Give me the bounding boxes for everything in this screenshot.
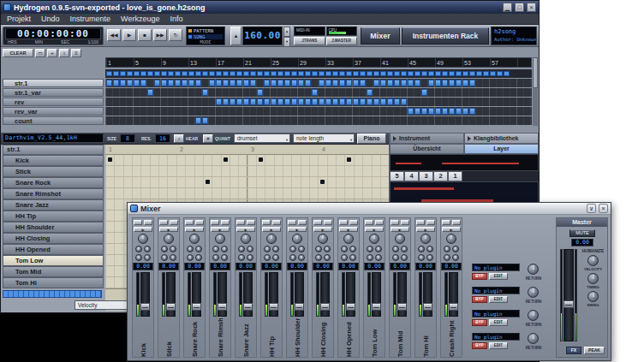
song-cell[interactable] (401, 80, 407, 86)
fx-send-knob[interactable] (401, 254, 408, 261)
play-sample-icon[interactable]: ▶ (236, 227, 255, 232)
note[interactable] (206, 180, 210, 184)
forward-icon[interactable]: ▶▶ (153, 29, 167, 41)
song-cell[interactable] (325, 98, 331, 105)
tape-cell[interactable] (250, 71, 256, 76)
clear-sequence-button[interactable]: CLEAR (3, 49, 33, 57)
solo-button[interactable] (195, 220, 204, 225)
tape-cell[interactable] (305, 71, 311, 76)
note[interactable] (320, 180, 325, 184)
volume-fader[interactable] (269, 272, 278, 317)
fx-send-knob[interactable] (298, 246, 305, 252)
song-cell[interactable] (236, 98, 242, 105)
song-cell[interactable] (367, 89, 373, 96)
song-cell[interactable] (264, 98, 270, 105)
song-cell[interactable] (209, 80, 215, 86)
song-cell[interactable] (291, 98, 297, 105)
song-cell[interactable] (243, 80, 249, 86)
song-cell[interactable] (387, 80, 393, 86)
song-cell[interactable] (442, 108, 448, 115)
fader-handle[interactable] (564, 300, 574, 308)
fx-send-knob[interactable] (401, 246, 408, 252)
song-ruler[interactable]: 159131721252933374145495357 (105, 57, 532, 68)
instrument-name[interactable]: HH Tip (3, 211, 104, 222)
mute-button[interactable] (262, 220, 271, 225)
song-cell[interactable] (195, 80, 201, 86)
bpm-display[interactable]: 160.00 (242, 27, 283, 45)
fx-name-lcd[interactable]: No plugin (472, 264, 520, 271)
tape-cell[interactable] (394, 71, 400, 76)
fx-send-knob[interactable] (144, 246, 151, 252)
instrument-name[interactable]: Kick (3, 155, 104, 166)
song-cell[interactable] (353, 80, 359, 86)
tape-cell[interactable] (236, 71, 242, 76)
volume-fader[interactable] (423, 272, 432, 317)
volume-fader[interactable] (372, 272, 381, 317)
song-cell[interactable] (277, 98, 283, 105)
pan-knob[interactable] (138, 234, 148, 244)
fx-send-knob[interactable] (212, 246, 219, 252)
tape-cell[interactable] (483, 71, 489, 76)
pan-knob[interactable] (395, 234, 405, 244)
instrument-name[interactable]: Snare Jazz (3, 199, 104, 211)
mute-button[interactable] (211, 220, 219, 225)
volume-fader[interactable] (192, 272, 201, 317)
song-cell[interactable] (332, 80, 338, 86)
mute-button[interactable] (185, 220, 194, 225)
solo-button[interactable] (247, 220, 255, 225)
tape-cell[interactable] (449, 71, 455, 76)
fx-send-knob[interactable] (426, 246, 433, 252)
jack-master-button[interactable]: J.MASTER (326, 37, 358, 46)
fx-send-knob[interactable] (238, 246, 245, 252)
tape-cell[interactable] (188, 71, 194, 76)
fx-send-knob[interactable] (247, 246, 253, 252)
song-cell[interactable] (120, 80, 126, 86)
note-grid-row[interactable] (105, 166, 389, 177)
pan-knob[interactable] (292, 234, 302, 244)
fx-send-knob[interactable] (392, 246, 399, 252)
pe-ruler[interactable]: 1234 (105, 145, 389, 155)
fx-send-knob[interactable] (315, 254, 322, 261)
pattern-size-lcd[interactable]: 8 (120, 134, 135, 143)
shade-icon[interactable]: ∨ (587, 204, 596, 213)
instrument-name[interactable]: Tom Low (3, 255, 104, 266)
mute-button[interactable] (159, 220, 168, 225)
volume-fader[interactable] (218, 272, 227, 317)
fx-send-knob[interactable] (170, 246, 176, 252)
bpm-spinner[interactable]: ▲ ▼ (283, 27, 290, 45)
tape-cell[interactable] (271, 71, 277, 76)
fx-send-knob[interactable] (426, 254, 433, 261)
menu-item-projekt[interactable]: Projekt (7, 15, 31, 23)
fx-send-knob[interactable] (135, 246, 142, 252)
song-cell[interactable] (216, 80, 222, 86)
tape-cell[interactable] (414, 71, 420, 76)
instrument-name[interactable]: HH Opened (3, 244, 104, 255)
song-cell[interactable] (161, 80, 167, 86)
fx-send-knob[interactable] (272, 254, 279, 261)
solo-button[interactable] (272, 220, 281, 225)
tape-cell[interactable] (291, 71, 297, 76)
fader-handle[interactable] (218, 303, 227, 311)
tape-cell[interactable] (120, 71, 126, 76)
volume-fader[interactable] (346, 272, 355, 317)
tape-cell[interactable] (401, 71, 407, 76)
tape-cell[interactable] (319, 71, 325, 76)
volume-fader[interactable] (295, 272, 304, 317)
fx-send-knob[interactable] (324, 246, 331, 252)
rewind-icon[interactable]: ◀◀ (107, 29, 121, 41)
metronome-icon[interactable]: ▲ (230, 27, 242, 45)
pattern-list-icon[interactable]: ≡ (71, 49, 81, 57)
song-cell[interactable] (264, 80, 270, 86)
fx-send-knob[interactable] (444, 246, 450, 252)
fader-handle[interactable] (166, 303, 176, 311)
song-cell[interactable] (380, 98, 386, 105)
tape-cell[interactable] (195, 71, 201, 76)
song-cell[interactable] (175, 80, 181, 86)
note[interactable] (224, 157, 228, 162)
song-cell[interactable] (257, 89, 263, 96)
tape-cell[interactable] (490, 71, 496, 76)
solo-button[interactable] (426, 220, 435, 225)
tape-cell[interactable] (325, 71, 331, 76)
hear-notes-icon[interactable]: ♪ (174, 134, 184, 143)
song-cell[interactable] (147, 89, 153, 96)
